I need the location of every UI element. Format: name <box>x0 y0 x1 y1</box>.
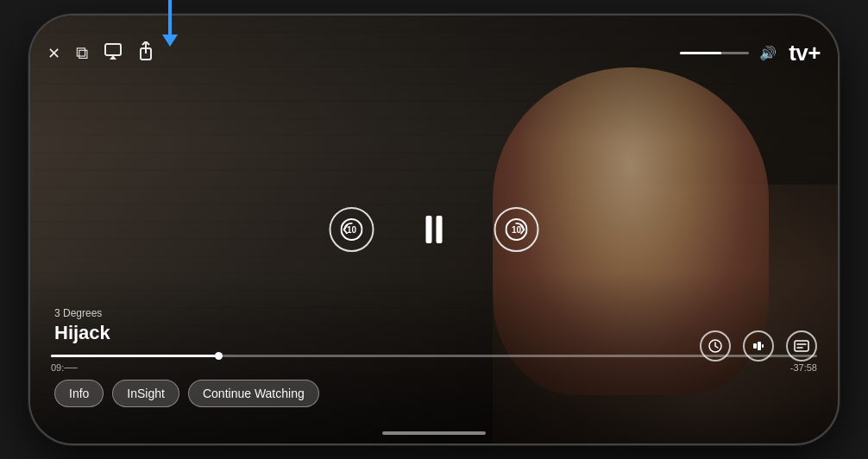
pause-button[interactable] <box>426 216 443 243</box>
phone-power-button <box>838 154 840 197</box>
time-remaining: -37:58 <box>790 362 817 373</box>
forward-button[interactable]: 10 <box>494 207 539 252</box>
bottom-pill-buttons: Info InSight Continue Watching <box>54 380 319 407</box>
bottom-right-icons <box>700 330 817 362</box>
svg-rect-0 <box>105 44 121 55</box>
svg-text:10: 10 <box>512 225 522 235</box>
arrow-shaft <box>168 0 172 35</box>
picture-in-picture-button[interactable]: ⧉ <box>76 43 88 63</box>
info-button[interactable]: Info <box>54 380 104 407</box>
volume-fill <box>680 52 721 54</box>
svg-rect-9 <box>753 343 757 349</box>
svg-rect-11 <box>762 344 764 348</box>
insight-button[interactable]: InSight <box>112 380 179 407</box>
top-right-controls: 🔊 tv+ <box>680 40 821 66</box>
top-left-controls: ✕ ⧉ <box>47 41 154 65</box>
progress-fill <box>51 355 219 357</box>
pause-icon <box>426 216 443 243</box>
center-playback-controls: 10 10 <box>330 207 539 252</box>
show-title: Hijack <box>54 322 110 344</box>
airplay-button[interactable] <box>104 42 123 64</box>
apple-tv-logo: tv+ <box>787 40 821 66</box>
time-current: 09:── <box>51 362 78 373</box>
phone-side-button <box>28 136 30 162</box>
home-indicator <box>382 431 486 435</box>
volume-slider[interactable] <box>680 52 749 54</box>
svg-rect-10 <box>758 342 761 350</box>
phone-container: ✕ ⧉ <box>11 9 857 450</box>
annotation-arrow <box>162 0 178 47</box>
close-button[interactable]: ✕ <box>47 44 60 63</box>
phone-frame: ✕ ⧉ <box>28 14 840 445</box>
progress-scrubber[interactable] <box>215 352 223 360</box>
svg-text:10: 10 <box>347 225 357 235</box>
show-info: 3 Degrees Hijack <box>54 307 110 344</box>
time-labels: 09:── -37:58 <box>51 362 817 373</box>
subtitles-button[interactable] <box>786 330 817 362</box>
svg-rect-12 <box>795 341 808 351</box>
pause-bar-right <box>437 216 443 243</box>
arrow-head <box>162 35 178 47</box>
speed-button[interactable] <box>700 330 731 362</box>
tv-plus-text: tv+ <box>789 40 821 66</box>
pause-bar-left <box>426 216 432 243</box>
continue-watching-button[interactable]: Continue Watching <box>188 380 319 407</box>
volume-icon: 🔊 <box>759 45 777 61</box>
audio-button[interactable] <box>743 330 774 362</box>
share-button[interactable] <box>138 41 154 65</box>
show-season: 3 Degrees <box>54 307 110 319</box>
rewind-button[interactable]: 10 <box>330 207 374 252</box>
